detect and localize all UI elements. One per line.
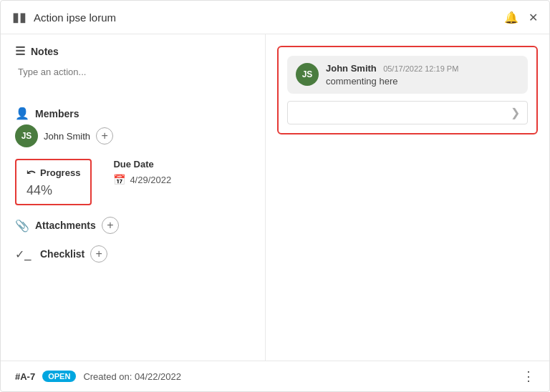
status-badge: OPEN: [42, 371, 76, 382]
right-panel: JS John Smith 05/17/2022 12:19 PM commen…: [266, 34, 549, 361]
page-title: Action ipse lorum: [34, 11, 497, 24]
comment-text: commenting here: [326, 76, 458, 87]
comment-area: JS John Smith 05/17/2022 12:19 PM commen…: [277, 46, 538, 134]
notes-input[interactable]: [15, 62, 251, 92]
members-icon: 👤: [15, 107, 29, 120]
members-header: 👤 Members: [15, 107, 251, 120]
notes-header: ☰ Notes: [15, 44, 251, 58]
duedate-date: 4/29/2022: [130, 175, 171, 185]
add-checklist-button[interactable]: +: [90, 245, 107, 263]
members-section: 👤 Members JS John Smith +: [15, 107, 251, 147]
progress-duedate-row: ⤺ Progress 44% Due Date 📅 4/29/2022: [15, 159, 251, 205]
commenter-avatar: JS: [296, 63, 319, 86]
duedate-value: 📅 4/29/2022: [113, 174, 171, 185]
main-panel: ▮▮ Action ipse lorum 🔔 ✕ ☰ Notes 👤 Mem: [0, 0, 550, 392]
comment-meta: John Smith 05/17/2022 12:19 PM: [326, 63, 458, 74]
notes-section: ☰ Notes: [15, 44, 251, 95]
header-actions: 🔔 ✕: [504, 11, 538, 24]
close-icon[interactable]: ✕: [529, 11, 538, 24]
calendar-icon: 📅: [113, 174, 125, 185]
comment-input[interactable]: [295, 107, 511, 118]
comment-timestamp: 05/17/2022 12:19 PM: [383, 64, 458, 73]
attachments-section: 📎 Attachments +: [15, 217, 251, 234]
checklist-section: ✓⎯ Checklist +: [15, 245, 251, 263]
progress-icon: ⤺: [26, 166, 36, 179]
progress-box: ⤺ Progress 44%: [15, 159, 92, 205]
left-panel: ☰ Notes 👤 Members JS John Smith +: [1, 34, 266, 361]
progress-header: ⤺ Progress: [26, 166, 80, 179]
attachments-label: Attachments: [35, 220, 96, 231]
attachments-icon: 📎: [15, 219, 29, 232]
avatar: JS: [15, 124, 38, 147]
more-options-icon[interactable]: ⋮: [522, 368, 535, 384]
send-comment-button[interactable]: ❯: [511, 106, 520, 119]
member-name: John Smith: [44, 131, 90, 142]
checklist-icon: ✓⎯: [15, 248, 32, 261]
comment-item: JS John Smith 05/17/2022 12:19 PM commen…: [287, 56, 528, 94]
notes-label: Notes: [31, 46, 59, 57]
header: ▮▮ Action ipse lorum 🔔 ✕: [1, 1, 549, 34]
add-member-button[interactable]: +: [96, 127, 113, 144]
content-area: ☰ Notes 👤 Members JS John Smith +: [1, 34, 549, 361]
checklist-header: ✓⎯ Checklist +: [15, 245, 251, 263]
progress-value: 44%: [26, 183, 80, 198]
comment-author: John Smith: [326, 63, 377, 74]
task-id: #A-7: [15, 371, 35, 382]
attachments-header: 📎 Attachments +: [15, 217, 251, 234]
add-attachment-button[interactable]: +: [102, 217, 119, 234]
created-label: Created on: 04/22/2022: [83, 371, 515, 382]
members-row: JS John Smith +: [15, 124, 251, 147]
comment-body: John Smith 05/17/2022 12:19 PM commentin…: [326, 63, 458, 87]
card-icon: ▮▮: [12, 9, 26, 25]
progress-label-text: Progress: [40, 167, 80, 178]
bell-icon[interactable]: 🔔: [504, 11, 518, 24]
comment-input-row: ❯: [287, 101, 528, 124]
footer: #A-7 OPEN Created on: 04/22/2022 ⋮: [1, 361, 549, 391]
duedate-label: Due Date: [113, 159, 171, 170]
checklist-label: Checklist: [40, 248, 85, 260]
members-label: Members: [35, 108, 79, 119]
duedate-box: Due Date 📅 4/29/2022: [113, 159, 171, 185]
notes-icon: ☰: [15, 44, 25, 58]
